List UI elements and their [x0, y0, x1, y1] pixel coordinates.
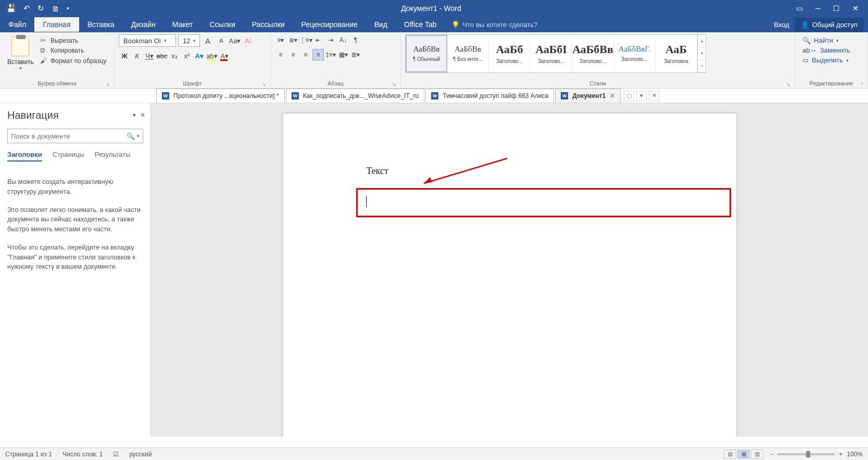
nav-tab-headings[interactable]: Заголовки — [7, 151, 42, 161]
tab-review[interactable]: Рецензирование — [293, 17, 366, 32]
print-layout-icon[interactable]: ▦ — [737, 450, 750, 459]
page[interactable]: Текст — [283, 114, 736, 437]
tab-design[interactable]: Дизайн — [123, 17, 164, 32]
document-tab[interactable]: WКак_подписать_док..._WiseAdvice_IT_ru — [286, 89, 425, 103]
tab-dropdown-icon[interactable]: ▾ — [636, 91, 647, 101]
zoom-value[interactable]: 100% — [847, 451, 863, 458]
read-mode-icon[interactable]: ▤ — [724, 450, 736, 459]
style-item[interactable]: АаБЗаголовок — [656, 35, 697, 72]
align-left-icon[interactable]: ≡ — [275, 49, 286, 60]
document-tab[interactable]: WТимчасовий доступ лайф 663 Алиса — [425, 89, 554, 103]
save-icon[interactable]: 💾 — [6, 4, 16, 13]
line-spacing-icon[interactable]: ‡≡▾ — [325, 49, 336, 60]
borders-icon[interactable]: ⊞▾ — [350, 49, 361, 60]
nav-tab-pages[interactable]: Страницы — [53, 151, 84, 161]
shading-icon[interactable]: ▦▾ — [337, 49, 349, 60]
font-launcher-icon[interactable]: ↘ — [262, 82, 266, 87]
document-canvas[interactable]: Текст — [151, 103, 868, 437]
align-center-icon[interactable]: ≡ — [287, 49, 299, 60]
find-button[interactable]: 🔍Найти▾ — [802, 36, 850, 44]
underline-button[interactable]: Ч▾ — [144, 50, 155, 61]
minimize-icon[interactable]: ─ — [815, 4, 821, 13]
search-icon[interactable]: 🔍 — [127, 132, 135, 140]
maximize-icon[interactable]: ☐ — [833, 4, 840, 13]
document-tab[interactable]: WДокумент1✕ — [555, 89, 621, 103]
zoom-out-icon[interactable]: − — [770, 451, 773, 458]
tab-insert[interactable]: Вставка — [79, 17, 123, 32]
tab-file[interactable]: Файл — [0, 17, 34, 32]
font-name-combo[interactable]: Bookman Ol▾ — [119, 34, 176, 47]
align-right-icon[interactable]: ≡ — [300, 49, 311, 60]
search-input[interactable] — [11, 132, 127, 140]
grow-font-icon[interactable]: A — [202, 35, 213, 46]
style-item[interactable]: АаБбЗаголово... — [489, 35, 531, 72]
search-dropdown-icon[interactable]: ▾ — [137, 133, 140, 139]
show-marks-icon[interactable]: ¶ — [350, 34, 361, 46]
align-justify-icon[interactable]: ≡ — [312, 49, 324, 60]
style-item[interactable]: АаБбIЗаголово... — [531, 35, 572, 72]
zoom-in-icon[interactable]: + — [839, 451, 842, 458]
tab-office-tab[interactable]: Office Tab — [396, 17, 445, 32]
highlight-color-icon[interactable]: ab▾ — [206, 50, 218, 61]
chevron-down-icon[interactable]: ▾ — [836, 38, 839, 43]
login-link[interactable]: Вход — [774, 21, 789, 29]
touch-mode-icon[interactable]: 🗎 — [52, 4, 59, 13]
clear-formatting-icon[interactable]: A⃠ — [243, 35, 254, 46]
decrease-indent-icon[interactable]: ⇤ — [312, 34, 324, 46]
chevron-down-icon[interactable]: ▾ — [164, 38, 167, 43]
chevron-down-icon[interactable]: ▾ — [846, 58, 849, 63]
format-painter-button[interactable]: 🖌Формат по образцу — [40, 57, 107, 65]
tab-mailings[interactable]: Рассылки — [244, 17, 293, 32]
font-size-combo[interactable]: 12▾ — [178, 34, 200, 47]
select-button[interactable]: ▭Выделить▾ — [802, 56, 850, 64]
copy-button[interactable]: ⧉Копировать — [40, 46, 107, 55]
new-tab-icon[interactable]: ▢ — [624, 91, 634, 101]
replace-button[interactable]: ab↔Заменить — [802, 46, 850, 54]
zoom-slider[interactable] — [777, 453, 835, 455]
status-proofing-icon[interactable]: ☑ — [113, 451, 119, 458]
redo-icon[interactable]: ↻ — [37, 4, 44, 13]
nav-dropdown-icon[interactable]: ▾ — [133, 111, 136, 119]
style-item[interactable]: АаБбВв¶ Без инте... — [447, 35, 489, 72]
chevron-down-icon[interactable]: ▾ — [193, 38, 196, 43]
text-effects-icon[interactable]: A▾ — [194, 50, 205, 61]
font-color-icon[interactable]: A▾ — [219, 50, 230, 61]
strikethrough-button[interactable]: abc — [156, 50, 168, 61]
superscript-button[interactable]: x² — [181, 50, 193, 61]
clipboard-launcher-icon[interactable]: ↘ — [106, 82, 110, 87]
paragraph-launcher-icon[interactable]: ↘ — [392, 82, 396, 87]
increase-indent-icon[interactable]: ⇥ — [325, 34, 336, 46]
nav-search[interactable]: 🔍 ▾ — [7, 129, 143, 143]
status-word-count[interactable]: Число слов: 1 — [62, 451, 103, 458]
styles-launcher-icon[interactable]: ↘ — [786, 82, 790, 87]
paste-button[interactable]: Вставить ▾ — [4, 34, 37, 71]
web-layout-icon[interactable]: ▥ — [751, 450, 763, 459]
sort-icon[interactable]: A↓ — [337, 34, 349, 46]
styles-expand-icon[interactable]: ▿ — [698, 60, 706, 72]
close-icon[interactable]: ✕ — [852, 4, 859, 13]
status-page[interactable]: Страница 1 из 1 — [5, 451, 52, 458]
tab-close-icon[interactable]: ✕ — [610, 92, 615, 100]
bullets-icon[interactable]: ≡▾ — [275, 34, 286, 46]
cut-button[interactable]: ✂Вырезать — [40, 36, 107, 44]
tab-view[interactable]: Вид — [366, 17, 396, 32]
shrink-font-icon[interactable]: A — [216, 35, 227, 46]
italic-button[interactable]: К — [131, 50, 143, 61]
subscript-button[interactable]: x₂ — [169, 50, 180, 61]
tab-references[interactable]: Ссылки — [201, 17, 243, 32]
share-button[interactable]: 👤 Общий доступ — [795, 18, 864, 32]
tab-close-all-icon[interactable]: ✕ — [649, 91, 659, 101]
qat-more-icon[interactable]: ▾ — [67, 6, 69, 11]
numbering-icon[interactable]: ≣▾ — [287, 34, 299, 46]
paste-dropdown-icon[interactable]: ▾ — [19, 66, 22, 71]
change-case-icon[interactable]: Aa▾ — [229, 35, 241, 46]
styles-row-up-icon[interactable]: ▴ — [698, 35, 706, 47]
style-item[interactable]: АаБбВвГ.Заголово... — [614, 35, 656, 72]
tab-layout[interactable]: Макет — [164, 17, 202, 32]
nav-close-icon[interactable]: ✕ — [140, 111, 145, 119]
tab-home[interactable]: Главная — [34, 17, 79, 32]
style-item[interactable]: АаБбВв¶ Обычный — [406, 35, 447, 72]
document-tab[interactable]: WПротокол допиту ...кциональности] * — [156, 89, 285, 103]
style-item[interactable]: АаБбВвЗаголово... — [572, 35, 614, 72]
ribbon-options-icon[interactable]: ▭ — [796, 4, 803, 13]
